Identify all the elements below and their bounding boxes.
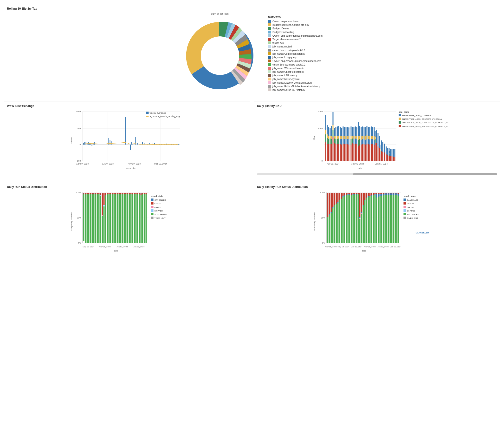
svg-rect-350	[129, 194, 130, 243]
svg-rect-349	[129, 193, 130, 194]
svg-rect-164	[364, 144, 365, 161]
svg-rect-359	[134, 194, 135, 243]
svg-text:Values: Values	[70, 137, 73, 144]
svg-text:May 05, 2024: May 05, 2024	[325, 246, 337, 248]
svg-rect-460	[356, 193, 357, 194]
svg-rect-501	[378, 193, 379, 194]
svg-rect-524	[390, 195, 391, 243]
svg-rect-153	[341, 145, 342, 161]
svg-rect-281	[92, 194, 93, 243]
svg-rect-182	[392, 156, 393, 161]
svg-rect-321	[114, 193, 115, 193]
svg-rect-278	[90, 194, 91, 243]
svg-rect-418	[332, 193, 334, 207]
legend-label-15: job_name: LSP-latency	[272, 74, 297, 77]
svg-rect-103	[333, 137, 334, 161]
legend-label-9: job_name: Completion-latency	[272, 53, 305, 55]
svg-rect-468	[359, 218, 361, 219]
sku-scrollbar[interactable]	[257, 173, 497, 175]
legend-color-4	[268, 34, 271, 37]
svg-rect-26	[88, 142, 89, 145]
svg-rect-233	[368, 136, 369, 139]
svg-rect-519	[388, 193, 389, 193]
svg-rect-228	[361, 136, 362, 140]
list-run-svg: result_state CANCELLED ERROR FAILED SKIP…	[257, 190, 497, 258]
svg-rect-205	[376, 130, 377, 143]
svg-rect-83	[325, 142, 326, 161]
svg-rect-490	[371, 195, 372, 196]
legend-label-14: job_name: Ghost-text-latency	[272, 71, 304, 73]
svg-rect-522	[390, 193, 391, 193]
svg-text:Jun 02, 2024: Jun 02, 2024	[377, 246, 389, 248]
svg-rect-438	[342, 197, 344, 243]
svg-rect-211	[386, 146, 387, 154]
legend-item-16: job_name: Rollup-nyctaxi	[268, 78, 323, 80]
svg-rect-322	[114, 193, 115, 194]
svg-rect-231	[365, 136, 366, 140]
svg-text:0%: 0%	[78, 242, 81, 244]
svg-rect-325	[115, 193, 116, 194]
svg-rect-312	[109, 193, 110, 193]
svg-text:Jun 02, 2024: Jun 02, 2024	[116, 246, 128, 248]
svg-rect-469	[359, 219, 361, 243]
svg-rect-271	[87, 193, 88, 194]
svg-rect-518	[386, 195, 388, 243]
svg-text:Apr 01, 2024: Apr 01, 2024	[327, 163, 340, 165]
svg-rect-415	[331, 193, 332, 212]
svg-rect-130	[358, 140, 359, 146]
svg-rect-102	[333, 130, 334, 137]
svg-text:May 01, 2024: May 01, 2024	[351, 163, 364, 165]
svg-rect-363	[137, 193, 138, 193]
sku-scrollbar-thumb[interactable]	[353, 173, 497, 175]
svg-rect-416	[331, 212, 332, 213]
svg-text:ERROR: ERROR	[407, 203, 414, 205]
bottom-row: Daily Run Status Distribution result_sta…	[4, 182, 500, 261]
svg-rect-450	[349, 195, 350, 243]
wow-legend-weekly: weekly %change	[149, 112, 166, 114]
svg-rect-353	[130, 194, 132, 243]
svg-rect-424	[336, 193, 337, 204]
svg-text:Jul 30, 2023: Jul 30, 2023	[102, 163, 114, 165]
svg-rect-375	[144, 193, 145, 193]
svg-rect-493	[373, 195, 374, 195]
svg-rect-352	[130, 193, 132, 194]
svg-rect-166	[367, 144, 368, 161]
svg-text:50%: 50%	[321, 217, 325, 219]
svg-rect-369	[141, 193, 142, 193]
wow-title: WoW $list %change	[7, 104, 247, 108]
legend-label-0: Owner: eng-streamteam	[272, 20, 298, 23]
svg-rect-342	[125, 193, 127, 193]
svg-rect-92	[330, 128, 331, 136]
svg-rect-422	[334, 205, 335, 205]
svg-rect-354	[132, 193, 133, 193]
svg-rect-316	[110, 193, 111, 194]
svg-rect-267	[85, 193, 86, 193]
svg-rect-159	[354, 144, 355, 161]
svg-rect-486	[369, 193, 371, 196]
svg-rect-80	[325, 115, 326, 130]
svg-rect-358	[134, 193, 135, 194]
legend-color-18	[268, 85, 271, 88]
svg-rect-154	[343, 144, 344, 161]
svg-rect-489	[371, 193, 372, 195]
svg-rect-229	[362, 136, 363, 139]
svg-text:% of $list by run status: % of $list by run status	[313, 212, 316, 231]
svg-rect-241	[151, 202, 154, 205]
legend-label-1: Budget: opex.eng.runtime-org-dev	[272, 24, 309, 26]
svg-rect-520	[388, 193, 389, 195]
legend-color-16	[268, 78, 271, 80]
donut-legend: tagbucket Owner: eng-streamteam Budget: …	[268, 15, 323, 91]
svg-text:FAILED: FAILED	[155, 206, 161, 208]
legend-color-14	[268, 70, 271, 73]
svg-rect-434	[341, 199, 342, 199]
svg-rect-272	[87, 194, 88, 243]
svg-rect-482	[366, 198, 367, 243]
legend-label-7: job_name: nyctaxi	[272, 45, 292, 48]
svg-rect-230	[364, 136, 365, 139]
svg-rect-462	[356, 195, 357, 243]
svg-rect-128	[358, 122, 359, 136]
legend-item-5: Target: dev-aws-us-west-2	[268, 38, 323, 41]
svg-rect-117	[338, 136, 339, 139]
svg-text:$list: $list	[313, 136, 316, 140]
svg-rect-243	[151, 206, 154, 208]
